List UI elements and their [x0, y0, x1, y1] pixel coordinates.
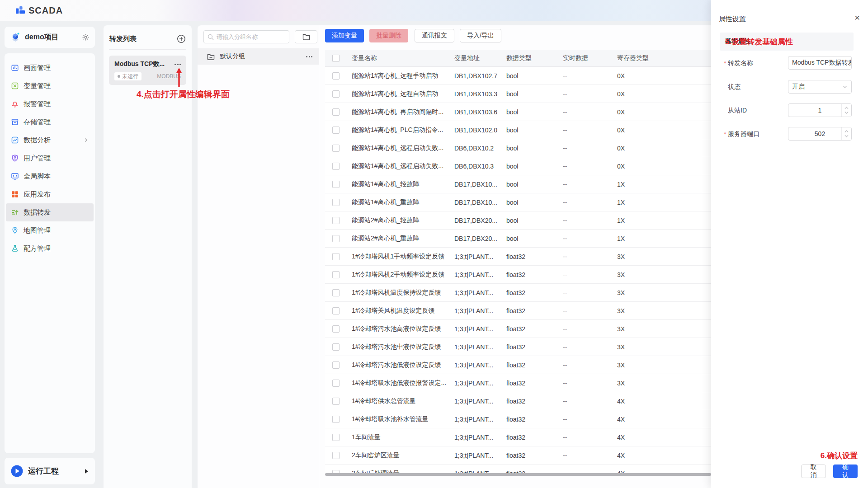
table-row[interactable]: 1#冷却塔风机温度保持设定反馈1;3;t|PLANT...float32--3X	[325, 284, 717, 302]
row-checkbox[interactable]	[332, 325, 340, 333]
table-row[interactable]: 1#冷却塔污水池高液位设定反馈1;3;t|PLANT...float32--3X	[325, 320, 717, 338]
table-row[interactable]: 1#冷却塔吸水池补水管流量1;3;t|PLANT...float32--4X	[325, 410, 717, 428]
table-row[interactable]: 1#冷却塔风机1手动频率设定反馈1;3;t|PLANT...float32--3…	[325, 248, 717, 266]
step-up-icon[interactable]	[844, 130, 849, 133]
table-body: 能源站1#离心机_远程手动启动DB1,DBX102.7bool--0X能源站1#…	[325, 67, 717, 473]
folder-minus-icon	[207, 53, 215, 60]
gear-icon[interactable]	[82, 33, 90, 41]
field-label: 转发名称	[728, 56, 753, 70]
number-stepper[interactable]	[841, 104, 851, 117]
select-input[interactable]: 开启	[788, 80, 852, 94]
row-checkbox[interactable]	[332, 127, 340, 134]
more-menu-icon[interactable]	[175, 64, 181, 65]
text-input[interactable]: Modbus TCP数据转发	[788, 56, 852, 70]
row-checkbox[interactable]	[332, 307, 340, 314]
run-project-button[interactable]: 运行工程	[5, 458, 95, 484]
row-checkbox[interactable]	[332, 416, 340, 423]
sidebar-item-8[interactable]: 数据转发	[6, 203, 94, 221]
group-folder-button[interactable]	[295, 30, 317, 43]
table-row[interactable]: 1#冷却塔关风机温度设定反馈1;3;t|PLANT...float32--3X	[325, 302, 717, 320]
row-checkbox[interactable]	[332, 253, 340, 260]
cell-addr: DB17,DBX20...	[454, 235, 506, 242]
table-row[interactable]: 1#冷却塔风机2手动频率设定反馈1;3;t|PLANT...float32--3…	[325, 266, 717, 284]
row-checkbox[interactable]	[332, 434, 340, 441]
row-checkbox[interactable]	[332, 271, 340, 278]
add-forward-icon[interactable]	[177, 34, 186, 43]
sidebar-item-10[interactable]: 配方管理	[6, 239, 94, 258]
row-checkbox[interactable]	[332, 217, 340, 224]
add-variable-button[interactable]: 添加变量	[325, 29, 364, 42]
sidebar-item-2[interactable]: 报警管理	[6, 95, 94, 113]
number-stepper[interactable]	[841, 127, 851, 140]
table-row[interactable]: 能源站1#离心机_轻故障DB17,DBX10...bool--1X	[325, 175, 717, 193]
row-checkbox[interactable]	[332, 145, 340, 152]
cell-name: 能源站1#离心机_轻故障	[352, 180, 454, 188]
row-checkbox[interactable]	[332, 72, 340, 80]
row-checkbox[interactable]	[332, 289, 340, 296]
run-project-label: 运行工程	[28, 466, 84, 476]
table-row[interactable]: 2车间后处理流量1;3;t|PLANT...float32--4X	[325, 465, 717, 473]
cell-rt: --	[563, 127, 617, 134]
forward-list-title: 转发列表	[109, 35, 137, 43]
cell-name: 能源站1#离心机_再启动间隔时...	[352, 108, 454, 116]
sidebar-item-5[interactable]: 用户管理	[6, 149, 94, 167]
comm-message-button[interactable]: 通讯报文	[415, 29, 454, 42]
row-checkbox[interactable]	[332, 181, 340, 188]
table-row[interactable]: 能源站1#离心机_重故障DB17,DBX10...bool--1X	[325, 193, 717, 211]
table-row[interactable]: 1#冷却塔吸水池低液位报警设定...1;3;t|PLANT...float32-…	[325, 374, 717, 392]
select-all-checkbox[interactable]	[332, 55, 340, 62]
number-input[interactable]: 502	[788, 127, 852, 141]
table-row[interactable]: 能源站1#离心机_远程启动失败...DB6,DBX10.2bool--0X	[325, 139, 717, 157]
cell-type: float32	[506, 253, 563, 260]
row-checkbox[interactable]	[332, 163, 340, 170]
cancel-button[interactable]: 取消	[801, 465, 826, 478]
step-up-icon[interactable]	[844, 107, 849, 109]
step-down-icon[interactable]	[844, 111, 849, 114]
table-row[interactable]: 能源站2#离心机_轻故障DB17,DBX20...bool--1X	[325, 211, 717, 230]
table-row[interactable]: 能源站1#离心机_PLC启动指令...DB1,DBX102.0bool--0X	[325, 121, 717, 139]
table-row[interactable]: 1#冷却塔供水总管流量1;3;t|PLANT...float32--4X	[325, 392, 717, 410]
row-checkbox[interactable]	[332, 398, 340, 405]
table-row[interactable]: 能源站1#离心机_远程手动启动DB1,DBX102.7bool--0X	[325, 67, 717, 85]
sidebar-item-9[interactable]: 地图管理	[6, 221, 94, 239]
number-input[interactable]: 1	[788, 103, 852, 117]
table-row[interactable]: 1#冷却塔污水池中液位设定反馈1;3;t|PLANT...float32--3X	[325, 338, 717, 356]
row-checkbox[interactable]	[332, 343, 340, 351]
group-search-input[interactable]: 请输入分组名称	[203, 30, 289, 43]
cell-rt: --	[563, 307, 617, 314]
close-icon[interactable]: ×	[854, 13, 860, 22]
table-row[interactable]: 1车间流量1;3;t|PLANT...float32--4X	[325, 428, 717, 446]
group-more-icon[interactable]	[306, 56, 312, 57]
cell-name: 2车间后处理流量	[352, 469, 454, 474]
horizontal-scrollbar[interactable]	[325, 473, 711, 476]
row-checkbox[interactable]	[332, 361, 340, 369]
row-checkbox[interactable]	[332, 452, 340, 459]
import-export-button[interactable]: 导入/导出	[460, 29, 501, 42]
sidebar-item-3[interactable]: 存储管理	[6, 113, 94, 131]
group-item-default[interactable]: 默认分组	[198, 48, 319, 65]
sidebar-item-4[interactable]: 数据分析	[6, 131, 94, 149]
table-row[interactable]: 能源站1#离心机_远程启动失败...DB6,DBX10.3bool--0X	[325, 157, 717, 175]
cell-type: float32	[506, 307, 563, 314]
sidebar-item-1[interactable]: 变量管理	[6, 77, 94, 95]
row-checkbox[interactable]	[332, 380, 340, 387]
step-down-icon[interactable]	[844, 135, 849, 137]
table-row[interactable]: 能源站2#离心机_重故障DB17,DBX20...bool--1X	[325, 230, 717, 248]
row-checkbox[interactable]	[332, 199, 340, 206]
confirm-button[interactable]: 确认	[833, 465, 858, 478]
sidebar-item-0[interactable]: 画面管理	[6, 59, 94, 77]
table-row[interactable]: 能源站1#离心机_远程自动启动DB1,DBX103.3bool--0X	[325, 85, 717, 103]
batch-delete-button[interactable]: 批量删除	[369, 29, 408, 42]
row-checkbox[interactable]	[332, 235, 340, 242]
row-checkbox[interactable]	[332, 108, 340, 116]
sidebar-item-6[interactable]: 全局脚本	[6, 167, 94, 185]
sidebar-item-7[interactable]: 应用发布	[6, 185, 94, 203]
row-checkbox[interactable]	[332, 90, 340, 98]
table-row[interactable]: 能源站1#离心机_再启动间隔时...DB1,DBX103.6bool--0X	[325, 103, 717, 121]
cell-reg: 0X	[617, 145, 717, 152]
table-row[interactable]: 1#冷却塔污水池低液位设定反馈1;3;t|PLANT...float32--3X	[325, 356, 717, 374]
row-checkbox[interactable]	[332, 470, 340, 474]
cell-reg: 3X	[617, 253, 717, 260]
app-logo: SCADA	[15, 5, 63, 16]
table-row[interactable]: 2车间窑炉区流量1;3;t|PLANT...float32--4X	[325, 446, 717, 465]
